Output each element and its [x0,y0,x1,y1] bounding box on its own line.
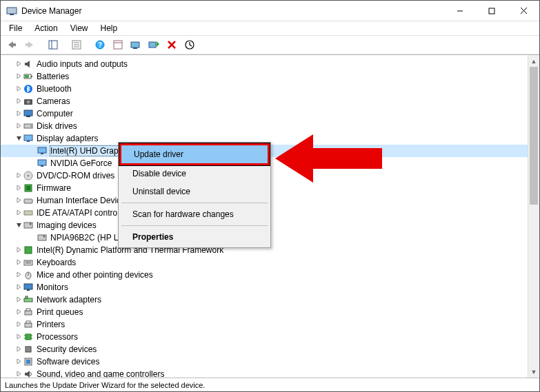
tree-item[interactable]: Batteries [1,70,528,83]
ctx-uninstall-device[interactable]: Uninstall device [120,183,269,200]
expand-icon[interactable] [14,333,23,342]
ctx-properties[interactable]: Properties [120,228,269,246]
maximize-button[interactable] [476,1,508,21]
status-text: Launches the Update Driver Wizard for th… [5,381,205,389]
context-menu: Update driver Disable device Uninstall d… [118,142,271,248]
printer-icon [23,319,34,330]
security-icon [23,344,34,355]
svg-rect-60 [25,311,32,315]
scroll-up-button[interactable]: ▲ [528,55,539,67]
tree-item-label: DVD/CD-ROM drives [37,171,114,180]
expand-icon[interactable] [14,246,23,255]
computer-icon [23,108,34,119]
expand-icon[interactable] [14,85,23,94]
vertical-scrollbar[interactable]: ▲ ▼ [528,55,539,378]
show-hide-tree-button[interactable] [45,37,61,52]
svg-rect-39 [41,165,43,167]
tree-item[interactable]: Computer [1,107,528,120]
uninstall-button[interactable] [163,37,180,52]
expand-icon[interactable] [14,122,23,131]
expand-icon[interactable] [14,308,23,317]
svg-rect-61 [26,309,30,311]
ctx-disable-device[interactable]: Disable device [120,165,269,183]
menu-view[interactable]: View [65,22,94,34]
svg-point-47 [30,223,32,225]
properties-button[interactable] [68,37,85,52]
tree-item[interactable]: Software devices [1,355,528,368]
expand-icon[interactable] [14,258,23,267]
battery-icon [23,71,34,82]
tree-item-label: Security devices [37,344,97,354]
firmware-icon [23,183,34,194]
display-icon [37,145,48,156]
menu-bar: File Action View Help [1,21,539,35]
expand-icon[interactable] [14,320,23,329]
tree-item[interactable]: Keyboards [1,256,528,269]
expand-icon[interactable] [14,370,23,378]
minimize-button[interactable] [444,1,476,21]
expand-icon[interactable] [14,110,23,118]
title-bar: Device Manager [1,1,539,21]
ctx-separator [121,225,268,226]
close-button[interactable] [508,1,539,21]
expand-icon[interactable] [14,196,23,205]
tree-item-label: Software devices [37,357,99,367]
tree-item[interactable]: Processors [1,331,528,343]
expand-icon[interactable] [14,172,23,180]
svg-rect-8 [49,41,57,49]
menu-help[interactable]: Help [95,22,123,34]
expand-icon[interactable] [14,345,23,354]
tree-item[interactable]: Network adapters [1,293,528,306]
svg-point-41 [28,175,30,177]
menu-action[interactable]: Action [29,22,63,34]
forward-button[interactable] [21,37,38,52]
help-button[interactable]: ? [92,37,108,52]
expand-icon[interactable] [14,72,23,81]
bluetooth-icon [23,83,34,94]
network-icon [23,294,34,305]
svg-rect-0 [7,8,17,14]
expand-icon[interactable] [14,271,23,280]
tree-item[interactable]: Mice and other pointing devices [1,269,528,281]
expand-icon[interactable] [14,97,23,106]
expand-icon[interactable] [14,209,23,218]
tree-item[interactable]: Audio inputs and outputs [1,58,528,70]
tree-item-label: Processors [37,332,78,342]
svg-rect-38 [38,160,46,165]
tree-item[interactable]: Disk drives [1,120,528,132]
mouse-icon [23,269,34,280]
expand-icon[interactable] [14,184,23,193]
tree-item[interactable]: Sound, video and game controllers [1,368,528,378]
scan-hardware-button[interactable] [146,37,162,52]
expand-icon[interactable] [14,60,23,69]
toolbar: ? [1,35,539,54]
ctx-update-driver[interactable]: Update driver [119,143,270,165]
expand-icon[interactable] [14,296,23,305]
svg-rect-62 [25,323,32,327]
tree-item[interactable]: Print queues [1,306,528,318]
tree-item[interactable]: Cameras [1,95,528,107]
tree-item[interactable]: Printers [1,318,528,331]
display-icon [37,158,48,169]
ctx-scan-hardware[interactable]: Scan for hardware changes [120,205,269,223]
action-button[interactable] [110,37,126,52]
tree-item[interactable]: Monitors [1,281,528,293]
imaging-icon [37,232,48,243]
collapse-icon[interactable] [14,221,23,230]
tree-item-label: Network adapters [37,295,101,305]
svg-rect-57 [27,289,30,291]
tree-item[interactable]: Security devices [1,343,528,355]
expand-icon[interactable] [14,283,23,292]
software-icon [23,356,34,367]
menu-file[interactable]: File [3,22,28,34]
back-button[interactable] [3,37,20,52]
disable-button[interactable] [181,37,198,52]
scroll-thumb[interactable] [530,67,538,205]
tree-item[interactable]: Bluetooth [1,83,528,95]
scroll-down-button[interactable]: ▼ [528,366,539,378]
update-driver-button[interactable] [128,37,144,52]
expand-icon[interactable] [14,358,23,367]
hid-icon [23,195,34,206]
collapse-icon[interactable] [14,134,23,143]
svg-point-33 [30,125,32,127]
